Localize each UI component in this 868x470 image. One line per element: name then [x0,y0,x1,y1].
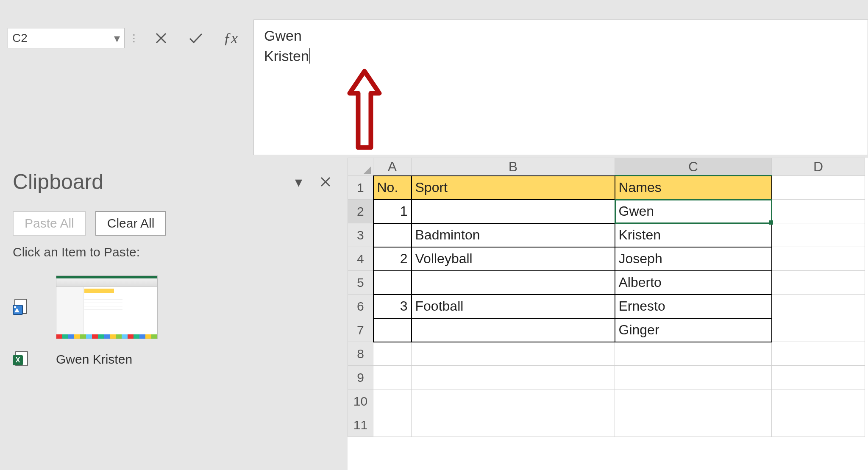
name-box-separator: ⋮ [125,28,143,48]
formula-bar-line1: Gwen [264,26,857,46]
cell-B3[interactable]: Badminton [412,223,615,247]
cell-D4[interactable] [772,247,865,271]
row-header-2[interactable]: 2 [348,200,373,223]
row-header-7[interactable]: 7 [348,318,373,342]
cell-B8[interactable] [412,342,615,366]
cell-D8[interactable] [772,342,865,366]
row-header-1[interactable]: 1 [348,176,373,200]
cell-B1[interactable]: Sport [412,176,615,200]
text-cursor [309,48,310,64]
column-header-D[interactable]: D [772,158,865,176]
row-header-3[interactable]: 3 [348,223,373,247]
cell-D6[interactable] [772,295,865,318]
paste-all-label: Paste All [25,216,74,231]
cell-B11[interactable] [412,413,615,437]
cancel-edit-button[interactable] [152,29,170,47]
cell-D11[interactable] [772,413,865,437]
cell-A1[interactable]: No. [373,176,412,200]
clipboard-item-text[interactable]: X Gwen Kristen [13,345,335,374]
x-icon [155,32,167,44]
cell-B2[interactable] [412,200,615,223]
cell-D2[interactable] [772,200,865,223]
cell-B6[interactable]: Football [412,295,615,318]
clipboard-image-thumbnail [56,275,158,339]
spreadsheet-grid[interactable]: A B C D 1 No. Sport Names 2 1 Gwen 3 Bad… [348,158,868,470]
name-box-dropdown-icon[interactable]: ▾ [114,31,120,45]
cell-C10[interactable] [615,389,772,413]
column-header-B[interactable]: B [412,158,615,176]
formula-bar[interactable]: Gwen Kristen [253,19,868,155]
cell-C3[interactable]: Kristen [615,223,772,247]
cell-B9[interactable] [412,366,615,389]
name-box-value: C2 [12,31,28,45]
cell-C6[interactable]: Ernesto [615,295,772,318]
cell-B7[interactable] [412,318,615,342]
excel-icon: X [13,351,30,368]
row-header-10[interactable]: 10 [348,389,373,413]
row-header-4[interactable]: 4 [348,247,373,271]
cell-D9[interactable] [772,366,865,389]
confirm-edit-button[interactable] [186,29,205,47]
clipboard-options-dropdown-icon[interactable]: ▾ [289,172,308,191]
cell-B10[interactable] [412,389,615,413]
row-header-11[interactable]: 11 [348,413,373,437]
clipboard-title: Clipboard [13,170,281,194]
row-header-5[interactable]: 5 [348,271,373,295]
formula-bar-line2: Kristen [264,48,309,64]
cell-D5[interactable] [772,271,865,295]
cell-C4[interactable]: Joseph [615,247,772,271]
cell-D7[interactable] [772,318,865,342]
cell-A7[interactable] [373,318,412,342]
insert-function-button[interactable]: ƒx [221,29,240,47]
cell-C1[interactable]: Names [615,176,772,200]
cell-A8[interactable] [373,342,412,366]
row-header-8[interactable]: 8 [348,342,373,366]
cell-A4[interactable]: 2 [373,247,412,271]
cell-A3[interactable] [373,223,412,247]
cell-D1[interactable] [772,176,865,200]
cell-A11[interactable] [373,413,412,437]
cell-A10[interactable] [373,389,412,413]
cell-A2[interactable]: 1 [373,200,412,223]
clipboard-close-button[interactable] [316,172,335,191]
column-header-A[interactable]: A [373,158,412,176]
check-icon [189,32,203,44]
cell-A9[interactable] [373,366,412,389]
name-box[interactable]: C2 ▾ [8,28,125,48]
cell-C8[interactable] [615,342,772,366]
cell-B5[interactable] [412,271,615,295]
row-header-6[interactable]: 6 [348,295,373,318]
row-header-9[interactable]: 9 [348,366,373,389]
select-all-corner[interactable] [348,158,373,176]
cell-A6[interactable]: 3 [373,295,412,318]
clipboard-hint: Click an Item to Paste: [13,245,335,259]
cell-B4[interactable]: Volleyball [412,247,615,271]
clipboard-item-image[interactable] [13,270,335,345]
clipboard-pane: Clipboard ▾ Paste All Clear All Click an… [13,170,335,374]
clear-all-button[interactable]: Clear All [95,211,167,236]
cell-C9[interactable] [615,366,772,389]
close-icon [320,176,331,187]
column-header-C[interactable]: C [615,158,772,176]
cell-C5[interactable]: Alberto [615,271,772,295]
clipboard-item-text-label: Gwen Kristen [56,352,132,367]
cell-C2[interactable]: Gwen [615,200,772,223]
cell-C11[interactable] [615,413,772,437]
cell-A5[interactable] [373,271,412,295]
image-icon [13,299,29,315]
cell-D10[interactable] [772,389,865,413]
cell-D3[interactable] [772,223,865,247]
paste-all-button: Paste All [13,211,86,236]
clear-all-label: Clear All [107,216,155,231]
cell-C7[interactable]: Ginger [615,318,772,342]
